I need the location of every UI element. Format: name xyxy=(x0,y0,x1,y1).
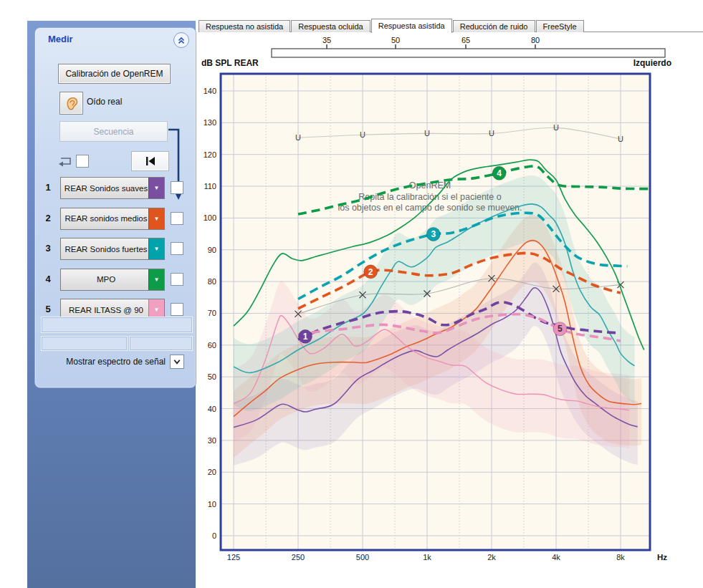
y-tick-label: 70 xyxy=(208,309,216,317)
ucl-marker-u: U xyxy=(424,129,430,138)
x-axis-unit-label: Hz xyxy=(657,553,667,562)
y-tick-label: 60 xyxy=(208,341,216,350)
badge-number: 5 xyxy=(558,324,563,334)
y-tick-label: 100 xyxy=(204,213,216,222)
measurement-badge-5: 5 xyxy=(553,322,567,336)
level-scale-label: 65 xyxy=(462,36,470,44)
x-tick-label: 4k xyxy=(552,553,560,562)
x-tick-label: 250 xyxy=(292,553,305,562)
chart-annotation-line: OpenREM xyxy=(409,180,451,191)
tab-bar: Respuesta no asistidaRespuesta ocluidaRe… xyxy=(199,20,585,32)
y-tick-label: 50 xyxy=(208,372,216,381)
ucl-marker-u: U xyxy=(489,129,494,138)
badge-number: 1 xyxy=(303,332,308,342)
measurement-badge-1: 1 xyxy=(298,329,312,343)
y-tick-label: 140 xyxy=(204,87,216,95)
x-tick-label: 2k xyxy=(487,553,496,562)
y-tick-label: 30 xyxy=(208,436,216,445)
tab-respuesta-ocluida[interactable]: Respuesta ocluida xyxy=(291,20,370,32)
y-tick-label: 80 xyxy=(208,277,216,286)
x-tick-label: 125 xyxy=(227,553,240,562)
badge-number: 3 xyxy=(431,229,436,239)
level-scale-label: 80 xyxy=(531,36,540,44)
x-tick-label: 8k xyxy=(616,553,625,562)
tab-respuesta-asistida[interactable]: Respuesta asistida xyxy=(371,19,452,33)
y-tick-label: 20 xyxy=(208,468,216,476)
measurement-badge-4: 4 xyxy=(492,166,506,180)
y-tick-label: 10 xyxy=(208,500,216,509)
tab-freestyle[interactable]: FreeStyle xyxy=(536,20,584,32)
chart-annotation-line: los objetos en el campo de sonido se mue… xyxy=(338,203,522,213)
measurement-badge-2: 2 xyxy=(364,265,378,279)
y-tick-label: 130 xyxy=(204,118,216,127)
chart-unit-label: dB SPL REAR xyxy=(201,58,259,68)
y-tick-label: 120 xyxy=(204,150,216,159)
y-tick-label: 0 xyxy=(212,531,216,540)
ucl-marker-u: U xyxy=(360,130,365,139)
y-tick-label: 110 xyxy=(204,182,216,191)
ear-side-label: Izquierdo xyxy=(633,58,671,68)
badge-number: 2 xyxy=(368,267,373,277)
measurement-badge-3: 3 xyxy=(426,228,440,241)
tab-respuesta-no-asistida[interactable]: Respuesta no asistida xyxy=(199,20,290,32)
rem-chart: 0102030405060708090100110120130140125250… xyxy=(0,0,703,588)
x-tick-label: 1k xyxy=(423,553,431,562)
ucl-marker-u: U xyxy=(618,135,623,143)
app-root: 0102030405060708090100110120130140125250… xyxy=(0,0,703,588)
tab-reducci-n-de-ruido[interactable]: Reducción de ruido xyxy=(453,20,535,32)
level-scale-label: 50 xyxy=(391,36,400,44)
ucl-marker-u: U xyxy=(553,123,559,132)
level-meter-bar xyxy=(272,49,665,57)
ucl-marker-u: U xyxy=(295,133,301,142)
x-tick-label: 500 xyxy=(356,553,369,562)
badge-number: 4 xyxy=(497,168,502,178)
level-scale-label: 35 xyxy=(322,36,331,44)
y-tick-label: 40 xyxy=(208,405,216,413)
y-tick-label: 90 xyxy=(208,246,216,254)
